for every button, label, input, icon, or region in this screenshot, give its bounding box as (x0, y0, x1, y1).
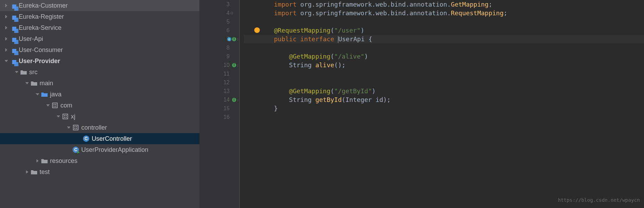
code-editor[interactable]: 34⊟567c8910111213141516 import org.sprin… (200, 0, 644, 208)
folder-icon (31, 168, 38, 175)
tree-item-user-consumer[interactable]: User-Consumer (0, 44, 199, 55)
has-implementations-icon[interactable] (232, 97, 239, 102)
tree-item-java[interactable]: java (0, 89, 199, 100)
module-icon (10, 58, 17, 64)
expand-arrow-icon[interactable] (13, 70, 20, 74)
tree-item-src[interactable]: src (0, 67, 199, 78)
gutter-line[interactable]: 7c (200, 35, 239, 43)
expand-arrow-icon[interactable] (3, 15, 10, 18)
class-gutter-icon[interactable]: c (227, 37, 231, 41)
folder-icon (20, 69, 27, 76)
tree-item-user-api[interactable]: User-Api (0, 33, 199, 44)
gutter-line[interactable]: 3 (200, 0, 239, 9)
tree-item-label: test (40, 168, 50, 176)
runnable-class-icon: C (72, 146, 79, 153)
code-line[interactable]: @GetMapping("/alive") (244, 52, 644, 61)
code-line[interactable]: } (244, 104, 644, 113)
tree-item-usercontroller[interactable]: CUserController (0, 133, 199, 144)
code-line[interactable] (244, 43, 644, 52)
tree-item-resources[interactable]: resources (0, 155, 199, 166)
tree-item-label: java (50, 91, 61, 98)
expand-arrow-icon[interactable] (3, 59, 10, 63)
gutter-line[interactable]: 9 (200, 52, 239, 61)
tree-item-eureka-register[interactable]: Eureka-Register (0, 11, 199, 22)
tree-item-label: com (60, 102, 72, 109)
code-line[interactable] (244, 78, 644, 87)
tree-item-user-provider[interactable]: User-Provider (0, 55, 199, 67)
tree-item-label: controller (81, 124, 107, 131)
tree-item-test[interactable]: test (0, 166, 199, 177)
package-icon (72, 124, 79, 131)
tree-item-label: User-Api (19, 35, 43, 43)
code-line[interactable]: @RequestMapping("/user") (244, 26, 644, 35)
project-tree[interactable]: Eureka-CustomerEureka-RegisterEureka-Ser… (0, 0, 200, 208)
tree-item-label: UserController (92, 135, 132, 142)
tree-item-eureka-service[interactable]: Eureka-Service (0, 22, 199, 33)
package-icon (62, 113, 69, 120)
source-folder-icon (41, 91, 48, 98)
code-line[interactable]: import org.springframework.web.bind.anno… (244, 9, 644, 17)
has-implementations-icon[interactable] (232, 63, 239, 68)
watermark: https://blog.csdn.net/wpaycn (558, 196, 640, 205)
folder-icon (31, 80, 38, 87)
tree-item-label: xj (71, 113, 75, 120)
gutter-line[interactable]: 14 (200, 95, 239, 104)
tree-item-main[interactable]: main (0, 78, 199, 89)
gutter-line[interactable]: 4⊟ (200, 9, 239, 17)
gutter-line[interactable]: 15 (200, 104, 239, 113)
class-icon: C (83, 135, 90, 142)
module-icon (10, 35, 17, 42)
module-icon (10, 46, 17, 53)
gutter-line[interactable]: 11 (200, 69, 239, 78)
tree-item-eureka-customer[interactable]: Eureka-Customer (0, 0, 199, 11)
tree-item-label: main (40, 80, 53, 87)
gutter-line[interactable]: 6 (200, 26, 239, 35)
code-line[interactable]: String getById(Integer id); (244, 95, 644, 104)
module-icon (10, 2, 17, 9)
tree-item-label: User-Consumer (19, 46, 63, 54)
code-line[interactable] (244, 17, 644, 26)
tree-item-label: Eureka-Service (19, 24, 61, 32)
expand-arrow-icon[interactable] (3, 26, 10, 29)
expand-arrow-icon[interactable] (34, 159, 41, 163)
gutter: 34⊟567c8910111213141516 (200, 0, 240, 208)
gutter-line[interactable]: 8 (200, 43, 239, 52)
tree-item-label: src (29, 69, 38, 76)
module-icon (10, 13, 17, 20)
expand-arrow-icon[interactable] (3, 37, 10, 41)
expand-arrow-icon[interactable] (3, 48, 10, 52)
expand-arrow-icon[interactable] (44, 104, 51, 107)
tree-item-label: Eureka-Customer (19, 2, 68, 9)
tree-item-com[interactable]: com (0, 100, 199, 111)
has-implementations-icon[interactable] (232, 37, 239, 42)
expand-arrow-icon[interactable] (34, 93, 41, 96)
code-line[interactable]: import org.springframework.web.bind.anno… (244, 0, 644, 9)
tree-item-label: Eureka-Register (19, 13, 64, 20)
code-line[interactable]: @GetMapping("/getById") (244, 87, 644, 95)
tree-item-label: UserProviderApplication (81, 146, 148, 154)
expand-arrow-icon[interactable] (24, 170, 31, 174)
tree-item-label: resources (50, 157, 77, 165)
gutter-line[interactable]: 5 (200, 17, 239, 26)
fold-handle-icon[interactable]: ⊟ (230, 11, 233, 15)
code-line[interactable]: public interface UserApi { (244, 35, 644, 43)
code-line[interactable]: String alive(); (244, 61, 644, 69)
expand-arrow-icon[interactable] (55, 115, 62, 118)
expand-arrow-icon[interactable] (3, 4, 10, 7)
expand-arrow-icon[interactable] (65, 126, 72, 129)
module-icon (10, 24, 17, 31)
code-line[interactable] (244, 69, 644, 78)
expand-arrow-icon[interactable] (24, 81, 31, 85)
package-icon (51, 102, 58, 109)
tree-item-xj[interactable]: xj (0, 111, 199, 122)
tree-item-userproviderapplication[interactable]: CUserProviderApplication (0, 144, 199, 155)
gutter-line[interactable]: 13 (200, 87, 239, 95)
intention-bulb-icon[interactable] (254, 27, 260, 33)
code-line[interactable] (244, 113, 644, 121)
gutter-line[interactable]: 12 (200, 78, 239, 87)
tree-item-label: User-Provider (19, 58, 60, 65)
gutter-line[interactable]: 16 (200, 113, 239, 121)
gutter-line[interactable]: 10 (200, 61, 239, 69)
code-content[interactable]: import org.springframework.web.bind.anno… (240, 0, 644, 208)
tree-item-controller[interactable]: controller (0, 122, 199, 133)
